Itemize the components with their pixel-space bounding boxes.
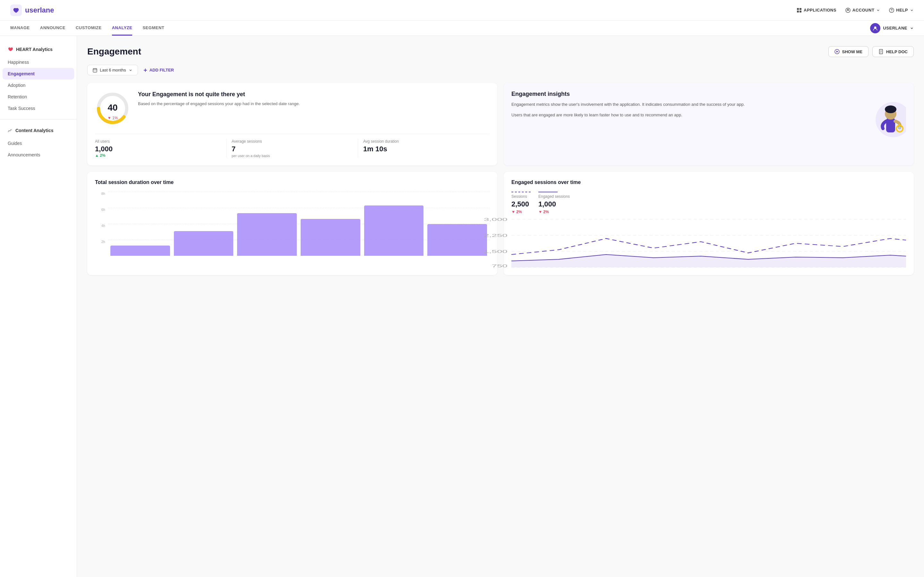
heart-icon: [8, 47, 13, 52]
sidebar-item-happiness[interactable]: Happiness: [0, 56, 77, 68]
y-label-4h: 4h: [95, 224, 108, 227]
insights-para1: Engagement metrics show the user's invol…: [511, 101, 863, 108]
y-label-2h: 2h: [95, 240, 108, 243]
gauge-delta: ▼ 1%: [107, 116, 118, 120]
svg-text:3,000: 3,000: [484, 218, 507, 221]
calendar-icon: [93, 68, 97, 73]
bars-container: [108, 198, 489, 256]
bar-1: [110, 245, 170, 256]
line-chart-area: 3,000 2,250 1,500 750: [511, 219, 906, 268]
bar-chart-title: Total session duration over time: [95, 179, 489, 185]
add-filter-button[interactable]: ADD FILTER: [143, 68, 174, 73]
filter-row: Last 6 months ADD FILTER: [87, 65, 914, 75]
metric-avg-duration: Avg session duration 1m 10s: [358, 139, 489, 158]
chart-icon: [8, 128, 12, 133]
legend-sessions: Sessions 2,500 ▼ 2%: [511, 192, 531, 214]
logo[interactable]: userlane: [10, 5, 54, 16]
nav-announce[interactable]: ANNOUNCE: [40, 21, 65, 35]
svg-rect-25: [886, 118, 895, 132]
bar-2: [174, 231, 234, 256]
sidebar-item-engagement[interactable]: Engagement: [3, 68, 74, 79]
svg-text:1,500: 1,500: [484, 250, 507, 253]
bar-4: [300, 219, 360, 256]
second-nav: MANAGE ANNOUNCE CUSTOMIZE ANALYZE SEGMEN…: [0, 21, 924, 36]
line-chart-legend: Sessions 2,500 ▼ 2% Engaged sessions 1,0…: [511, 192, 906, 214]
insights-illustration: [867, 91, 906, 143]
sessions-dashed-line: [511, 192, 531, 192]
metric-avg-sessions: Average sessions 7 per user on a daily b…: [226, 139, 358, 158]
sidebar-heart-header: HEART Analytics: [0, 44, 77, 55]
score-headline: Your Engagement is not quite there yet: [138, 91, 300, 98]
metric-all-users: All users 1,000 ▲ 2%: [95, 139, 226, 158]
nav-manage[interactable]: MANAGE: [10, 21, 30, 35]
svg-rect-1: [797, 8, 799, 10]
help-doc-button[interactable]: HELP DOC: [872, 46, 914, 57]
applications-nav[interactable]: APPLICATIONS: [796, 8, 837, 13]
legend-engaged-sessions: Engaged sessions 1,000 ▼ 2%: [538, 192, 570, 214]
bar-3: [237, 213, 297, 256]
insights-para2: Users that are engaged are more likely t…: [511, 112, 863, 119]
sidebar: HEART Analytics Happiness Engagement Ado…: [0, 36, 77, 577]
gauge-number: 40: [107, 103, 118, 113]
engaged-sessions-solid-line: [538, 192, 557, 192]
svg-rect-2: [800, 8, 801, 10]
svg-text:750: 750: [491, 264, 507, 268]
score-card-top: 40 ▼ 1% Your Engagement is not quite the…: [95, 91, 489, 126]
user-badge[interactable]: USERLANE: [870, 23, 914, 33]
charts-row: Total session duration over time 8h 6h 4…: [87, 172, 914, 275]
sidebar-item-guides[interactable]: Guides: [0, 137, 77, 149]
cards-row: 40 ▼ 1% Your Engagement is not quite the…: [87, 83, 914, 165]
score-description: Based on the percentage of engaged sessi…: [138, 101, 300, 107]
svg-point-27: [885, 105, 897, 113]
sidebar-item-announcements[interactable]: Announcements: [0, 149, 77, 161]
page-title: Engagement: [87, 47, 141, 57]
svg-point-6: [847, 9, 849, 10]
plus-icon: [143, 68, 148, 73]
svg-rect-16: [93, 69, 97, 72]
sidebar-divider: [0, 119, 77, 119]
line-chart-title: Engaged sessions over time: [511, 179, 906, 185]
nav-segment[interactable]: SEGMENT: [142, 21, 164, 35]
user-avatar: [870, 23, 880, 33]
doc-icon: [879, 49, 884, 54]
svg-text:2,250: 2,250: [484, 234, 507, 237]
nav-customize[interactable]: CUSTOMIZE: [76, 21, 102, 35]
page-header-actions: SHOW ME HELP DOC: [829, 46, 914, 57]
play-icon: [835, 49, 840, 54]
second-nav-links: MANAGE ANNOUNCE CUSTOMIZE ANALYZE SEGMEN…: [10, 21, 164, 35]
insights-title: Engagement insights: [511, 91, 863, 97]
sidebar-item-task-success[interactable]: Task Success: [0, 103, 77, 114]
score-card-text: Your Engagement is not quite there yet B…: [138, 91, 300, 107]
page-header: Engagement SHOW ME HELP DOC: [87, 46, 914, 57]
main-layout: HEART Analytics Happiness Engagement Ado…: [0, 36, 924, 577]
date-filter-button[interactable]: Last 6 months: [87, 65, 138, 75]
sidebar-item-retention[interactable]: Retention: [0, 91, 77, 103]
y-label-6h: 6h: [95, 208, 108, 211]
line-chart-svg: 3,000 2,250 1,500 750: [511, 219, 906, 268]
show-me-button[interactable]: SHOW ME: [829, 46, 869, 57]
insights-text: Engagement insights Engagement metrics s…: [511, 91, 863, 122]
score-metrics: All users 1,000 ▲ 2% Average sessions 7 …: [95, 134, 489, 158]
svg-marker-11: [837, 51, 838, 53]
svg-point-8: [892, 11, 892, 12]
svg-rect-3: [797, 11, 799, 13]
nav-analyze[interactable]: ANALYZE: [112, 21, 132, 35]
help-nav[interactable]: HELP: [889, 8, 914, 13]
bar-chart: 8h 6h 4h 2h: [95, 192, 489, 256]
sidebar-content-header: Content Analytics: [0, 125, 77, 136]
chevron-down-icon: [910, 26, 914, 30]
insights-card: Engagement insights Engagement metrics s…: [504, 83, 914, 165]
bar-5: [364, 205, 424, 256]
top-nav: userlane APPLICATIONS ACCOUNT HELP: [0, 0, 924, 21]
top-nav-right: APPLICATIONS ACCOUNT HELP: [796, 8, 914, 13]
bar-6: [427, 224, 487, 256]
account-nav[interactable]: ACCOUNT: [845, 8, 880, 13]
y-label-8h: 8h: [95, 192, 108, 195]
sidebar-item-adoption[interactable]: Adoption: [0, 79, 77, 91]
svg-rect-4: [800, 11, 801, 13]
main-content: Engagement SHOW ME HELP DOC Last 6 month…: [77, 36, 924, 577]
chevron-down-small-icon: [129, 68, 132, 72]
line-chart-card: Engaged sessions over time Sessions 2,50…: [504, 172, 914, 275]
bar-chart-y-labels: 8h 6h 4h 2h: [95, 192, 108, 256]
gauge-container: 40 ▼ 1%: [95, 91, 130, 126]
